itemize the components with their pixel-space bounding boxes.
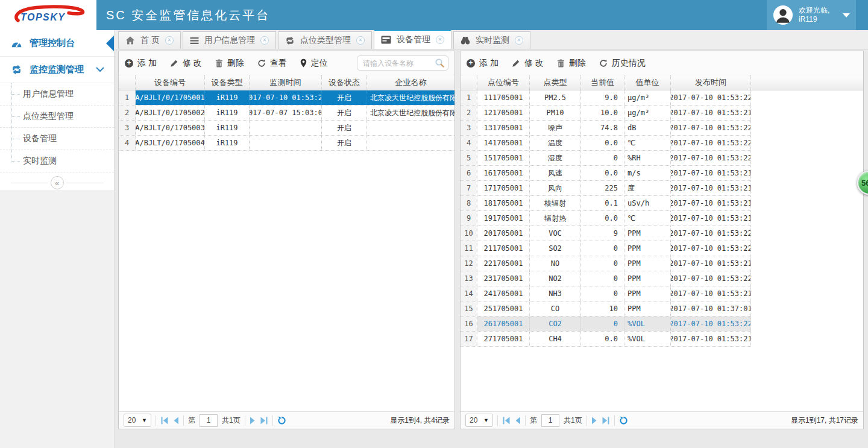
record-summary: 显示1到17, 共17记录 — [791, 415, 858, 426]
cell-publish-time: 2017-07-10 01:53:21 — [671, 181, 751, 195]
header-monitor-time: 监测时间 — [250, 75, 322, 90]
page-size-select[interactable]: 20 ▼ — [465, 414, 493, 427]
search-icon[interactable] — [435, 58, 445, 68]
cell-monitor-time — [250, 136, 322, 150]
last-page-button[interactable] — [260, 417, 268, 424]
sidebar-subitem[interactable]: 点位类型管理 — [0, 106, 114, 128]
delete-button[interactable]: 删除 — [557, 58, 586, 69]
sidebar-subitem[interactable]: 实时监测 — [0, 150, 114, 172]
view-button[interactable]: 查看 — [257, 58, 287, 69]
tab-realtime-monitor[interactable]: 实时监测 ✕ — [453, 31, 530, 49]
delete-button[interactable]: 删除 — [215, 58, 244, 69]
sidebar-item-monitor-mgmt[interactable]: 监控监测管理 — [0, 57, 114, 83]
close-icon[interactable]: ✕ — [165, 36, 174, 45]
top-bar: TOPSKY SC 安全监管信息化云平台 欢迎光临, iR119 — [0, 0, 868, 30]
points-table-row[interactable]: 12 221705001 NO 0 PPM 2017-07-10 01:53:2… — [461, 256, 751, 271]
first-page-button[interactable] — [502, 417, 511, 424]
loop-icon — [285, 36, 295, 45]
sidebar-item-console[interactable]: 管理控制台 — [0, 30, 114, 57]
points-table-row[interactable]: 11 211705001 SO2 0 PPM 2017-07-10 01:53:… — [461, 241, 751, 256]
edit-button[interactable]: 修 改 — [512, 58, 544, 69]
page-number-input[interactable] — [200, 414, 218, 427]
device-table-row[interactable]: 2 A/BJLT/0/1705002 iR119 2017-07-07 15:0… — [119, 106, 454, 121]
points-table-row[interactable]: 1 111705001 PM2.5 9.0 μg/m³ 2017-07-10 0… — [461, 90, 751, 106]
points-table-row[interactable]: 6 161705001 风速 0.0 m/s 2017-07-10 01:53:… — [461, 166, 751, 181]
points-table-row[interactable]: 17 271705001 CH4 0.0 %VOL 2017-07-10 01:… — [461, 332, 751, 347]
history-button[interactable]: 历史情况 — [599, 58, 646, 69]
cell-current-value: 0.0 — [581, 136, 624, 150]
last-page-button[interactable] — [602, 417, 610, 424]
device-table-row[interactable]: 3 A/BJLT/0/1705003 iR119 开启 — [119, 121, 454, 136]
cell-point-type: 辐射热 — [530, 211, 581, 226]
next-page-button[interactable] — [250, 417, 256, 424]
sidebar-collapse-row: « — [0, 175, 114, 191]
points-table-row[interactable]: 3 131705001 噪声 74.8 dB 2017-07-10 01:53:… — [461, 121, 751, 136]
cell-point-id: 151705001 — [477, 151, 530, 165]
refresh-icon — [257, 59, 266, 68]
locate-button[interactable]: 定位 — [300, 58, 328, 69]
page-number-input[interactable] — [541, 414, 559, 427]
close-icon[interactable]: ✕ — [356, 36, 365, 45]
cell-publish-time: 2017-07-10 01:53:22 — [671, 136, 751, 150]
cell-company-name: 北京凌天世纪控股股份有限公司 — [367, 90, 454, 105]
cell-value-unit: dB — [624, 121, 671, 135]
prev-page-button[interactable] — [515, 417, 521, 424]
tab-device-mgmt[interactable]: 设备管理 ✕ — [374, 30, 451, 49]
cell-device-code: A/BJLT/0/1705004 — [136, 136, 205, 150]
points-table-row[interactable]: 7 171705001 风向 225 度 2017-07-10 01:53:21 — [461, 181, 751, 196]
cell-point-id: 241705001 — [477, 286, 530, 301]
cell-current-value: 9.0 — [581, 90, 624, 105]
user-menu[interactable]: 欢迎光临, iR119 — [767, 0, 856, 30]
points-table-row[interactable]: 2 121705001 PM10 10.0 μg/m³ 2017-07-10 0… — [461, 106, 751, 121]
points-table-row[interactable]: 15 251705001 CO 10 PPM 2017-07-10 01:37:… — [461, 301, 751, 317]
divider — [497, 415, 498, 426]
row-number: 4 — [461, 136, 477, 150]
cell-point-id: 121705001 — [477, 106, 530, 120]
cell-current-value: 0 — [581, 241, 624, 256]
page-size-select[interactable]: 20 ▼ — [124, 414, 151, 427]
row-number: 17 — [461, 332, 477, 346]
history-label: 历史情况 — [612, 58, 646, 69]
points-table-row[interactable]: 8 181705001 核辐射 0.1 uSv/h 2017-07-10 01:… — [461, 196, 751, 211]
sidebar-collapse-button[interactable]: « — [51, 176, 64, 189]
close-icon[interactable]: ✕ — [515, 36, 523, 45]
sidebar-subitem[interactable]: 设备管理 — [0, 128, 114, 150]
points-table-row[interactable]: 10 201705001 VOC 9 PPM 2017-07-10 01:53:… — [461, 226, 751, 241]
caret-down-icon[interactable] — [843, 13, 850, 17]
tab-home[interactable]: 首 页 ✕ — [118, 31, 181, 49]
cell-current-value: 0 — [581, 151, 624, 165]
sidebar-item-label: 监控监测管理 — [30, 64, 84, 75]
device-table-row[interactable]: 4 A/BJLT/0/1705004 iR119 开启 — [119, 136, 454, 151]
add-button[interactable]: + 添 加 — [467, 58, 498, 69]
header-current-value: 当前值 — [581, 75, 624, 90]
next-page-button[interactable] — [591, 417, 597, 424]
cell-point-id: 191705001 — [477, 211, 530, 226]
cell-monitor-time: 2017-07-10 01:53:22 — [250, 90, 322, 105]
device-table-row[interactable]: 1 A/BJLT/0/1705001 iR119 2017-07-10 01:5… — [119, 90, 454, 106]
cell-point-id: 171705001 — [477, 181, 530, 195]
row-number: 2 — [119, 106, 136, 120]
first-page-button[interactable] — [160, 417, 169, 424]
page-prefix: 第 — [188, 415, 195, 426]
cell-publish-time: 2017-07-10 01:53:21 — [671, 196, 751, 210]
points-table-row[interactable]: 16 261705001 CO2 0 %VOL 2017-07-10 01:53… — [461, 317, 751, 332]
row-number: 16 — [461, 317, 477, 331]
points-table-row[interactable]: 5 151705001 湿度 0 %RH 2017-07-10 01:53:22 — [461, 151, 751, 166]
close-icon[interactable]: ✕ — [260, 36, 269, 45]
edit-label: 修 改 — [183, 58, 202, 69]
reload-button[interactable] — [277, 416, 286, 425]
points-table-row[interactable]: 13 231705001 NO2 0 PPM 2017-07-10 01:53:… — [461, 271, 751, 286]
close-icon[interactable]: ✕ — [436, 36, 444, 44]
reload-button[interactable] — [619, 416, 628, 425]
add-button[interactable]: + 添 加 — [125, 58, 157, 69]
chevron-down-icon[interactable] — [96, 67, 104, 72]
tab-label: 首 页 — [140, 35, 160, 46]
tab-user-info-mgmt[interactable]: 用户信息管理 ✕ — [183, 31, 276, 49]
prev-page-button[interactable] — [173, 417, 179, 424]
points-table-row[interactable]: 4 141705001 温度 0.0 ℃ 2017-07-10 01:53:22 — [461, 136, 751, 151]
edit-button[interactable]: 修 改 — [170, 58, 202, 69]
points-table-row[interactable]: 9 191705001 辐射热 0.0 ℃ 2017-07-10 01:53:2… — [461, 211, 751, 226]
tab-point-type-mgmt[interactable]: 点位类型管理 ✕ — [278, 31, 372, 49]
sidebar-subitem[interactable]: 用户信息管理 — [0, 83, 114, 106]
points-table-row[interactable]: 14 241705001 NH3 0 PPM 2017-07-10 01:53:… — [461, 286, 751, 301]
